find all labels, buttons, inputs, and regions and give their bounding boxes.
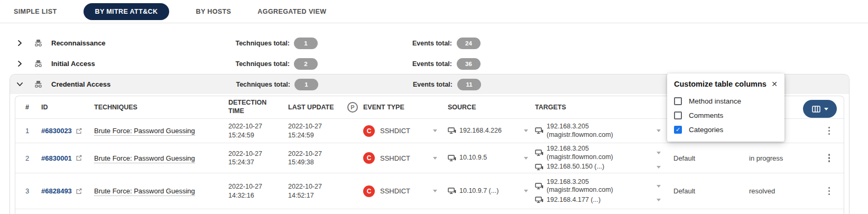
technique-link[interactable]: Brute Force: Password Guessing — [94, 154, 195, 163]
target-address: 192.168.3.205 (magistr.flowmon.com) — [547, 123, 640, 139]
tab-simple-list[interactable]: SIMPLE LIST — [14, 8, 57, 15]
detection-date: 2022-10-27 — [228, 182, 288, 191]
row-number: 2 — [25, 154, 41, 162]
row-menu-icon[interactable] — [826, 152, 833, 164]
tactic-spy-icon — [34, 80, 43, 88]
popup-option-categories[interactable]: ✓ Categories — [667, 123, 784, 137]
external-link-icon[interactable] — [76, 188, 82, 194]
host-icon — [535, 164, 543, 171]
col-header-detection-time: DETECTION TIME — [228, 99, 272, 115]
host-icon — [535, 183, 543, 190]
tactic-name: Initial Access — [51, 60, 95, 68]
chevron-down-icon[interactable] — [657, 129, 661, 132]
customize-columns-button[interactable] — [803, 100, 837, 118]
checkbox-checked-icon[interactable]: ✓ — [674, 126, 682, 134]
chevron-down-icon[interactable] — [657, 152, 661, 154]
update-time: 15:24:59 — [288, 131, 347, 139]
tactic-name: Credential Access — [51, 80, 110, 88]
techniques-total-badge: 2 — [294, 58, 318, 70]
event-id-link[interactable]: #6830001 — [41, 154, 72, 162]
customize-columns-popup: Customize table columns ✕ Method instanc… — [667, 73, 784, 142]
host-icon — [448, 155, 456, 162]
chevron-down-icon[interactable] — [433, 190, 437, 192]
category-cell: Default — [673, 187, 736, 195]
chevron-down-icon[interactable] — [433, 129, 437, 132]
category-cell: Default — [673, 154, 736, 162]
update-date: 2022-10-27 — [288, 150, 347, 158]
chevron-down-icon — [824, 108, 828, 110]
chevron-down-icon[interactable] — [657, 199, 661, 201]
detection-date: 2022-10-27 — [228, 150, 288, 158]
event-id-link[interactable]: #6828493 — [41, 187, 72, 195]
external-link-icon[interactable] — [76, 128, 82, 134]
view-tabbar: SIMPLE LIST BY MITRE ATT&CK BY HOSTS AGG… — [0, 0, 868, 23]
detection-date: 2022-10-27 — [228, 122, 288, 131]
table-row: 3 #6828493 Brute Force: Password Guessin… — [15, 173, 844, 209]
target-address: 192.168.50.150 (...) — [547, 163, 604, 171]
tactic-list: Reconnaissance Techniques total: 1 Event… — [0, 23, 868, 74]
host-icon — [448, 188, 456, 194]
chevron-down-icon[interactable] — [15, 80, 24, 89]
techniques-total-label: Techniques total: — [221, 40, 290, 47]
popup-option-label: Comments — [689, 111, 723, 119]
target-address: 192.168.3.205 (magistr.flowmon.com) — [547, 178, 640, 194]
columns-icon — [812, 106, 820, 113]
target-address: 192.168.4.177 (...) — [547, 196, 601, 204]
chevron-down-icon[interactable] — [657, 185, 661, 188]
techniques-total-label: Techniques total: — [221, 60, 290, 68]
tactic-row-reconnaissance[interactable]: Reconnaissance Techniques total: 1 Event… — [0, 33, 868, 53]
chevron-right-icon[interactable] — [15, 39, 24, 48]
tab-by-hosts[interactable]: BY HOSTS — [196, 8, 231, 15]
popup-option-method-instance[interactable]: Method instance — [667, 94, 784, 108]
close-icon[interactable]: ✕ — [771, 80, 778, 88]
events-total-label: Events total: — [394, 40, 452, 47]
table-row: 2 #6830001 Brute Force: Password Guessin… — [15, 143, 844, 173]
event-id-link[interactable]: #6830023 — [41, 127, 72, 135]
events-total-badge: 36 — [457, 58, 481, 70]
tactic-row-initial-access[interactable]: Initial Access Techniques total: 2 Event… — [0, 53, 868, 74]
checkbox-unchecked-icon[interactable] — [674, 97, 682, 105]
col-header-last-update: LAST UPDATE — [288, 104, 347, 111]
events-total-label: Events total: — [394, 81, 453, 88]
host-icon — [535, 127, 543, 134]
techniques-total-badge: 1 — [294, 38, 318, 49]
popup-option-label: Method instance — [689, 97, 741, 105]
chevron-down-icon[interactable] — [524, 129, 528, 132]
source-address: 10.10.9.5 — [459, 154, 487, 162]
col-header-id: ID — [41, 104, 94, 111]
event-type: SSHDICT — [380, 187, 410, 195]
tab-by-mitre-attck[interactable]: BY MITRE ATT&CK — [84, 3, 170, 20]
popup-option-comments[interactable]: Comments — [667, 108, 784, 123]
col-header-num: # — [25, 104, 41, 111]
external-link-icon[interactable] — [76, 155, 82, 161]
severity-badge: C — [363, 185, 375, 197]
col-header-event-type: EVENT TYPE — [363, 104, 437, 111]
events-by-mitre-view: SIMPLE LIST BY MITRE ATT&CK BY HOSTS AGG… — [0, 0, 868, 214]
tab-aggregated-view[interactable]: AGGREGATED VIEW — [257, 8, 326, 15]
chevron-right-icon[interactable] — [15, 59, 24, 69]
severity-badge: C — [363, 125, 375, 137]
tactic-spy-icon — [34, 60, 43, 68]
detection-time: 14:32:16 — [228, 191, 288, 200]
techniques-total-badge: 1 — [294, 79, 318, 90]
row-menu-icon[interactable] — [826, 185, 833, 198]
tactic-spy-icon — [34, 39, 43, 47]
row-number: 3 — [25, 187, 41, 195]
chevron-down-icon[interactable] — [524, 190, 528, 192]
update-time: 15:49:38 — [288, 158, 347, 166]
technique-link[interactable]: Brute Force: Password Guessing — [94, 187, 195, 196]
chevron-down-icon[interactable] — [433, 157, 437, 160]
col-header-targets: TARGETS — [535, 104, 661, 111]
checkbox-unchecked-icon[interactable] — [674, 111, 682, 119]
techniques-total-label: Techniques total: — [221, 81, 290, 88]
tactic-name: Reconnaissance — [51, 39, 106, 47]
host-icon — [535, 150, 543, 156]
popup-option-label: Categories — [689, 126, 723, 134]
row-number: 1 — [25, 127, 41, 135]
technique-link[interactable]: Brute Force: Password Guessing — [94, 127, 195, 136]
col-header-techniques: TECHNIQUES — [94, 104, 228, 111]
host-icon — [448, 127, 456, 134]
chevron-down-icon[interactable] — [657, 166, 661, 169]
row-menu-icon[interactable] — [826, 125, 833, 137]
chevron-down-icon[interactable] — [524, 157, 528, 160]
